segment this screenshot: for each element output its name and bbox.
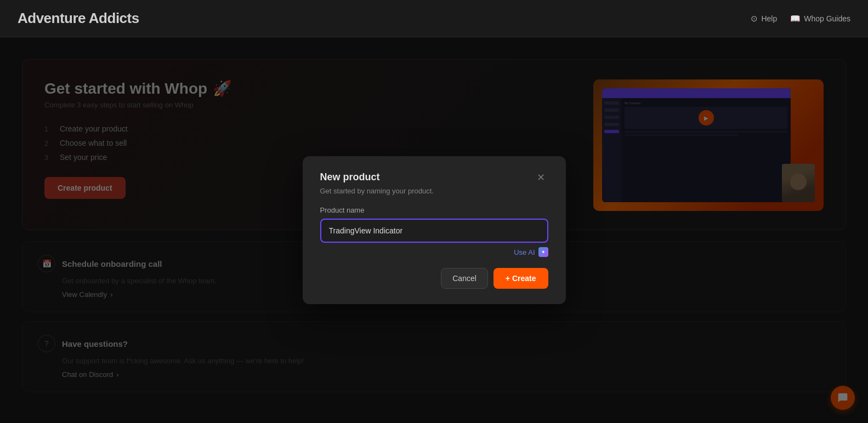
modal-header: New product ✕ [320,172,548,184]
use-ai-label: Use AI [514,248,535,256]
modal-close-button[interactable]: ✕ [534,172,548,184]
create-button-label: + Create [506,274,536,283]
create-button[interactable]: + Create [493,268,548,289]
guides-button[interactable]: 📖 Whop Guides [790,14,850,24]
use-ai-row: Use AI ✦ [320,247,548,257]
header-actions: ⊙ Help 📖 Whop Guides [751,14,850,24]
guides-label: Whop Guides [804,14,850,23]
modal-footer: Cancel + Create [320,268,548,289]
help-button[interactable]: ⊙ Help [751,14,777,24]
product-name-input[interactable] [320,219,548,243]
header: Adventure Addicts ⊙ Help 📖 Whop Guides [0,0,868,37]
help-icon: ⊙ [751,14,758,24]
app-title: Adventure Addicts [18,10,139,27]
main-area: Get started with Whop 🚀 Complete 3 easy … [0,37,868,423]
modal-subtitle: Get started by naming your product. [320,187,548,195]
use-ai-button[interactable]: Use AI ✦ [514,247,548,257]
new-product-modal: New product ✕ Get started by naming your… [303,156,566,304]
cancel-button[interactable]: Cancel [441,268,488,289]
help-label: Help [761,14,777,23]
ai-icon: ✦ [538,247,548,257]
modal-title: New product [320,172,380,183]
book-icon: 📖 [790,14,801,24]
product-name-label: Product name [320,206,548,214]
